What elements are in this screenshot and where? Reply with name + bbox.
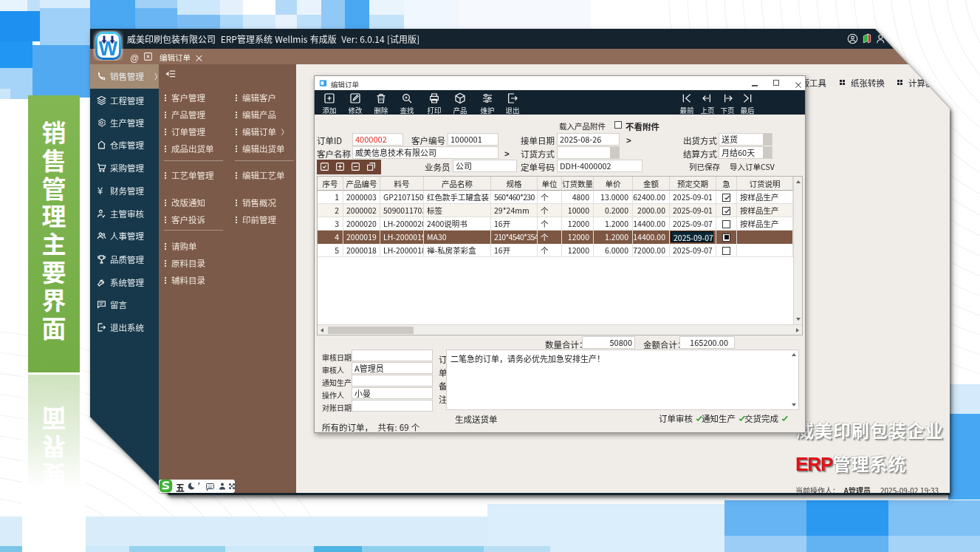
svg-text:W: W bbox=[99, 38, 118, 60]
